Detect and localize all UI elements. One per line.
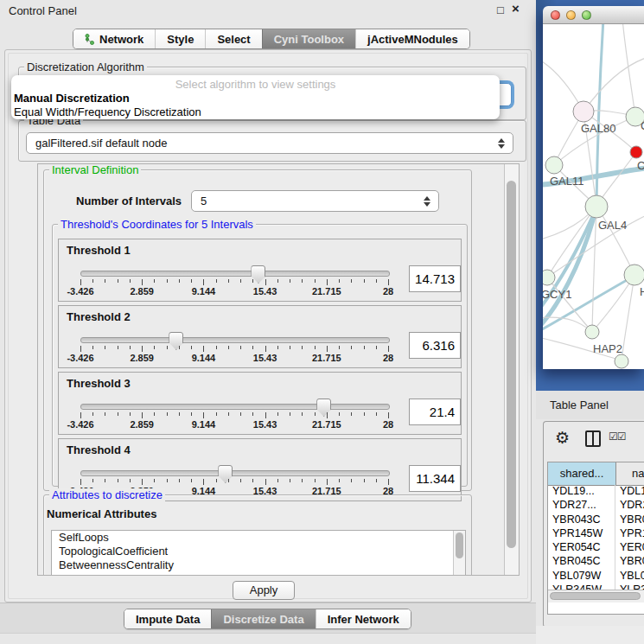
attribute-list-item[interactable]: SelfLoops bbox=[52, 531, 465, 545]
tab-impute-data[interactable]: Impute Data bbox=[124, 609, 211, 628]
threshold-slider-thumb[interactable] bbox=[218, 465, 233, 483]
number-of-intervals-label: Number of Intervals bbox=[76, 194, 182, 207]
table-row[interactable]: YBR043CYBR0 bbox=[548, 513, 644, 527]
threshold-slider-track[interactable] bbox=[80, 271, 390, 277]
cell-name[interactable]: YPR1 bbox=[615, 527, 644, 541]
cell-shared-name[interactable]: YDR27... bbox=[548, 499, 615, 513]
attributes-group: Attributes to discretize Numerical Attri… bbox=[43, 494, 472, 576]
tab-label: Discretize Data bbox=[223, 613, 303, 626]
tab-discretize-data[interactable]: Discretize Data bbox=[211, 609, 315, 628]
cell-name[interactable]: YBR0 bbox=[615, 513, 644, 527]
network-window-titlebar bbox=[543, 6, 644, 24]
column-header-name[interactable]: na bbox=[616, 462, 644, 485]
cell-name[interactable]: YBR0 bbox=[615, 555, 644, 569]
cell-shared-name[interactable]: YDL19... bbox=[548, 485, 615, 499]
threshold-label: Threshold 1 bbox=[67, 244, 131, 257]
table-horizontal-scrollbar[interactable] bbox=[548, 590, 644, 603]
numerical-attributes-label: Numerical Attributes bbox=[47, 507, 156, 520]
threshold-slider-track[interactable] bbox=[80, 470, 390, 476]
network-node[interactable] bbox=[615, 354, 628, 368]
table-row[interactable]: YDR27...YDR2 bbox=[548, 499, 644, 513]
table-row[interactable]: YPR145WYPR1 bbox=[548, 527, 644, 541]
threshold-value-field[interactable]: 11.344 bbox=[409, 465, 461, 492]
network-node-label: GAL80 bbox=[581, 122, 615, 135]
cell-shared-name[interactable]: YBR045C bbox=[548, 555, 615, 569]
network-node-label: H bbox=[640, 285, 644, 298]
panel-scrollbar-thumb[interactable] bbox=[507, 181, 516, 548]
table-data-combo[interactable]: galFiltered.sif default node bbox=[26, 132, 513, 154]
network-node-label: GA bbox=[641, 119, 644, 132]
table-row[interactable]: YBL079WYBL0 bbox=[548, 570, 644, 583]
gear-icon[interactable]: ⚙ bbox=[555, 428, 570, 448]
tab-infer-network[interactable]: Infer Network bbox=[316, 609, 411, 628]
threshold-value-field[interactable]: 14.713 bbox=[409, 265, 461, 292]
tab-jactivemnodules[interactable]: jActiveMNodules bbox=[355, 29, 469, 48]
attribute-list-item[interactable]: BetweennessCentrality bbox=[52, 558, 465, 572]
threshold-value-field[interactable]: 6.316 bbox=[409, 332, 461, 359]
network-node-label: GAL4 bbox=[598, 219, 627, 232]
cell-name[interactable]: YBL0 bbox=[615, 570, 644, 583]
table-row[interactable]: YLR345WYLR3 bbox=[548, 583, 644, 590]
threshold-label: Threshold 4 bbox=[67, 443, 131, 456]
column-header-shared-name[interactable]: shared... bbox=[548, 462, 616, 485]
network-node-hap2[interactable] bbox=[585, 325, 599, 339]
network-node-label: HAP2 bbox=[593, 342, 622, 355]
threshold-panel: Threshold 2-3.4262.8599.14415.4321.71528… bbox=[58, 305, 462, 368]
checkbox-icons[interactable]: ☑☑ bbox=[609, 430, 626, 443]
threshold-slider-track[interactable] bbox=[80, 404, 390, 410]
network-node-gal11[interactable] bbox=[545, 156, 563, 174]
cell-name[interactable]: YDL1 bbox=[615, 485, 644, 499]
split-view-icon[interactable] bbox=[585, 430, 601, 447]
network-node-label: GCY1 bbox=[543, 288, 571, 301]
algorithm-option[interactable]: Manual Discretization bbox=[11, 91, 500, 105]
network-node-c[interactable] bbox=[630, 146, 642, 158]
table-row[interactable]: YER054CYER0 bbox=[548, 541, 644, 555]
node-table-body: YDL19...YDL1YDR27...YDR2YBR043CYBR0YPR14… bbox=[548, 485, 644, 590]
tab-cyni-toolbox[interactable]: Cyni Toolbox bbox=[262, 29, 355, 48]
tab-select[interactable]: Select bbox=[205, 29, 261, 48]
close-icon[interactable]: × bbox=[512, 2, 520, 15]
cell-name[interactable]: YER0 bbox=[615, 541, 644, 555]
cell-shared-name[interactable]: YBL079W bbox=[548, 570, 615, 583]
table-data-combo-value: galFiltered.sif default node bbox=[35, 137, 167, 150]
tab-label: Style bbox=[167, 33, 194, 46]
cell-shared-name[interactable]: YPR145W bbox=[548, 527, 615, 541]
number-of-intervals-spinner[interactable]: 5 bbox=[191, 190, 439, 212]
cell-name[interactable]: YLR3 bbox=[615, 583, 644, 590]
table-row[interactable]: YBR045CYBR0 bbox=[548, 555, 644, 569]
panel-scrollbar[interactable] bbox=[504, 164, 519, 575]
algorithm-popup-hint: Select algorithm to view settings bbox=[11, 78, 500, 91]
zoom-traffic-light-icon[interactable] bbox=[582, 10, 591, 20]
table-scrollbar-thumb[interactable] bbox=[550, 592, 641, 600]
cell-shared-name[interactable]: YER054C bbox=[548, 541, 615, 555]
attributes-legend: Attributes to discretize bbox=[49, 488, 165, 501]
threshold-label: Threshold 2 bbox=[67, 310, 131, 323]
apply-button[interactable]: Apply bbox=[233, 581, 295, 600]
list-scrollbar[interactable] bbox=[453, 531, 465, 576]
table-row[interactable]: YDL19...YDL1 bbox=[548, 485, 644, 499]
list-scrollbar-thumb[interactable] bbox=[456, 532, 463, 558]
threshold-slider-track[interactable] bbox=[80, 337, 390, 343]
network-icon bbox=[85, 34, 95, 45]
thresholds-group: Threshold's Coordinates for 5 Intervals … bbox=[52, 224, 468, 487]
cell-shared-name[interactable]: YBR043C bbox=[548, 513, 615, 527]
threshold-slider-thumb[interactable] bbox=[316, 399, 331, 417]
float-window-icon[interactable]: □ bbox=[497, 3, 504, 16]
threshold-panel: Threshold 3-3.4262.8599.14415.4321.71528… bbox=[58, 372, 462, 435]
algorithm-option[interactable]: Equal Width/Frequency Discretization bbox=[11, 105, 500, 118]
network-node-h[interactable] bbox=[624, 265, 644, 285]
tab-network[interactable]: Network bbox=[73, 29, 155, 48]
minimize-traffic-light-icon[interactable] bbox=[566, 10, 576, 20]
network-node-gal80[interactable] bbox=[573, 101, 594, 122]
network-node-gcy1[interactable] bbox=[543, 270, 555, 285]
threshold-slider-thumb[interactable] bbox=[169, 332, 183, 350]
close-traffic-light-icon[interactable] bbox=[551, 10, 560, 20]
network-node-gal4[interactable] bbox=[585, 195, 608, 218]
network-canvas[interactable]: GAL80GACGAL11GAL4GCY1HHAP2 bbox=[543, 24, 644, 369]
cell-shared-name[interactable]: YLR345W bbox=[548, 583, 615, 590]
cell-name[interactable]: YDR2 bbox=[615, 499, 644, 513]
tab-label: jActiveMNodules bbox=[367, 33, 458, 46]
threshold-value-field[interactable]: 21.4 bbox=[409, 399, 461, 425]
attribute-list-item[interactable]: TopologicalCoefficient bbox=[52, 545, 465, 558]
tab-style[interactable]: Style bbox=[155, 29, 205, 48]
